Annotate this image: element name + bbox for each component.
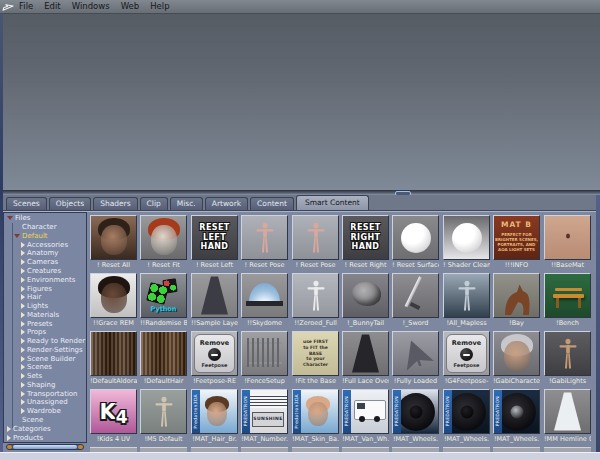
tree-item-unassigned[interactable]: Unassigned xyxy=(4,398,86,407)
asset-item[interactable]: !Fully Loaded xyxy=(392,331,439,387)
tree-item-accessories[interactable]: Accessories xyxy=(4,240,86,249)
asset-thumbnail[interactable]: Predatron3DA xyxy=(292,389,339,434)
asset-thumbnail[interactable] xyxy=(140,389,187,434)
sidebar-horizontal-scrollbar[interactable] xyxy=(6,444,84,450)
tree-item-render-settings[interactable]: Render-Settings xyxy=(4,345,86,354)
asset-item[interactable]: !All_Mapless xyxy=(443,273,490,329)
tree-down-arrow-icon[interactable] xyxy=(7,216,13,220)
asset-thumbnail[interactable] xyxy=(191,273,238,318)
asset-thumbnail[interactable]: Predatron3DA xyxy=(191,389,238,434)
asset-item[interactable]: !MM Hemline 0. xyxy=(544,389,591,445)
tree-item-environments[interactable]: Environments xyxy=(4,275,86,284)
tree-item-scene-builder[interactable]: Scene Builder xyxy=(4,354,86,363)
menu-help[interactable]: Help xyxy=(150,0,169,13)
menu-edit[interactable]: Edit xyxy=(44,0,60,13)
asset-item[interactable]: RESETRIGHTHAND! Reset Right xyxy=(342,215,389,271)
tab-smart-content[interactable]: Smart Content xyxy=(296,195,369,210)
asset-item[interactable]: !!Grace REM xyxy=(90,273,137,329)
tree-right-arrow-icon[interactable] xyxy=(21,373,25,379)
tree-item-wardrobe[interactable]: Wardrobe xyxy=(4,407,86,416)
asset-thumbnail[interactable] xyxy=(392,273,439,318)
asset-item[interactable]: !Bench xyxy=(544,273,591,329)
scroll-right-arrow-icon[interactable] xyxy=(78,445,83,449)
scrollbar-thumb[interactable] xyxy=(13,445,77,449)
tree-right-arrow-icon[interactable] xyxy=(21,312,25,318)
tree-item-default[interactable]: Default xyxy=(4,232,86,241)
asset-thumbnail[interactable]: PREDATRON xyxy=(392,389,439,434)
asset-thumbnail[interactable] xyxy=(392,331,439,376)
tree-item-files[interactable]: Files xyxy=(4,214,86,223)
tab-clip[interactable]: Clip xyxy=(140,197,168,210)
asset-item[interactable]: !!BaseMat xyxy=(544,215,591,271)
tab-content[interactable]: Content xyxy=(250,197,294,210)
asset-thumbnail[interactable]: K4 xyxy=(90,389,137,434)
tree-item-materials[interactable]: Materials xyxy=(4,310,86,319)
asset-thumbnail[interactable] xyxy=(392,215,439,260)
tree-right-arrow-icon[interactable] xyxy=(21,277,25,283)
asset-item[interactable]: MAT BPERFECT FORBRIGHTER SCENES,PORTRAIT… xyxy=(493,215,540,271)
tab-artwork[interactable]: Artwork xyxy=(205,197,248,210)
asset-item[interactable]: !Bay xyxy=(493,273,540,329)
asset-item[interactable]: !_BunnyTail xyxy=(342,273,389,329)
tree-right-arrow-icon[interactable] xyxy=(21,408,25,414)
tree-right-arrow-icon[interactable] xyxy=(21,250,25,256)
tree-item-scenes[interactable]: Scenes xyxy=(4,363,86,372)
tree-right-arrow-icon[interactable] xyxy=(21,242,25,248)
asset-item[interactable]: !GabiLights xyxy=(544,331,591,387)
tree-item-props[interactable]: Props xyxy=(4,328,86,337)
asset-thumbnail[interactable] xyxy=(544,331,591,376)
asset-item[interactable]: RemoveFeetpose!Feetpose-RE xyxy=(191,331,238,387)
asset-item[interactable]: ! Reset Pose xyxy=(241,215,288,271)
tree-item-sets[interactable]: Sets xyxy=(4,372,86,381)
tree-right-arrow-icon[interactable] xyxy=(21,321,25,327)
asset-thumbnail[interactable]: RemoveFeetpose xyxy=(443,331,490,376)
scroll-left-arrow-icon[interactable] xyxy=(7,445,12,449)
3d-viewport[interactable] xyxy=(0,13,600,190)
asset-thumbnail[interactable] xyxy=(292,215,339,260)
tab-shaders[interactable]: Shaders xyxy=(93,197,137,210)
asset-item[interactable]: !M5 Default xyxy=(140,389,187,445)
tree-right-arrow-icon[interactable] xyxy=(21,268,25,274)
asset-item[interactable]: ! Reset All xyxy=(90,215,137,271)
tree-item-lights[interactable]: Lights xyxy=(4,302,86,311)
tree-item-creatures[interactable]: Creatures xyxy=(4,267,86,276)
asset-item[interactable]: PREDATRON!MAT_Wheels. xyxy=(392,389,439,445)
asset-thumbnail[interactable] xyxy=(90,215,137,260)
tree-item-shaping[interactable]: Shaping xyxy=(4,381,86,390)
asset-item[interactable]: ! Reset Surface. xyxy=(392,215,439,271)
tab-objects[interactable]: Objects xyxy=(49,197,91,210)
asset-thumbnail[interactable] xyxy=(493,273,540,318)
asset-thumbnail[interactable] xyxy=(241,273,288,318)
asset-thumbnail[interactable] xyxy=(493,331,540,376)
tree-right-arrow-icon[interactable] xyxy=(21,399,25,405)
asset-item[interactable]: !!Zeroed_Full xyxy=(292,273,339,329)
asset-item[interactable]: K4!Kids 4 UV xyxy=(90,389,137,445)
tree-item-ready-to-render[interactable]: Ready to Render xyxy=(4,337,86,346)
asset-thumbnail[interactable]: RESETLEFTHAND xyxy=(191,215,238,260)
asset-thumbnail[interactable] xyxy=(342,273,389,318)
asset-item[interactable]: RESETLEFTHAND! Reset Left xyxy=(191,215,238,271)
tree-item-cameras[interactable]: Cameras xyxy=(4,258,86,267)
asset-item[interactable]: Python!!Randomise Bl. xyxy=(140,273,187,329)
asset-thumbnail[interactable] xyxy=(90,273,137,318)
tree-right-arrow-icon[interactable] xyxy=(21,356,25,362)
asset-item[interactable]: !Full Lace Over. xyxy=(342,331,389,387)
tree-item-scene[interactable]: Scene xyxy=(4,416,86,425)
tree-item-presets[interactable]: Presets xyxy=(4,319,86,328)
asset-item[interactable]: RemoveFeetpose!G4Feetpose- xyxy=(443,331,490,387)
tree-right-arrow-icon[interactable] xyxy=(21,329,25,335)
menu-file[interactable]: File xyxy=(19,0,33,13)
asset-item[interactable]: !FenceSetup xyxy=(241,331,288,387)
tree-down-arrow-icon[interactable] xyxy=(14,234,20,238)
asset-thumbnail[interactable] xyxy=(90,331,137,376)
asset-thumbnail[interactable]: RESETRIGHTHAND xyxy=(342,215,389,260)
asset-item[interactable]: !DefaultAldora. xyxy=(90,331,137,387)
asset-item[interactable]: !GabiCharacter. xyxy=(493,331,540,387)
asset-thumbnail[interactable]: Python xyxy=(140,273,187,318)
asset-thumbnail[interactable] xyxy=(443,215,490,260)
menu-web[interactable]: Web xyxy=(121,0,140,13)
tree-right-arrow-icon[interactable] xyxy=(21,382,25,388)
tree-right-arrow-icon[interactable] xyxy=(21,338,25,344)
menu-windows[interactable]: Windows xyxy=(72,0,110,13)
asset-item[interactable]: Predatron3DA!MAT_Hair_Br. xyxy=(191,389,238,445)
